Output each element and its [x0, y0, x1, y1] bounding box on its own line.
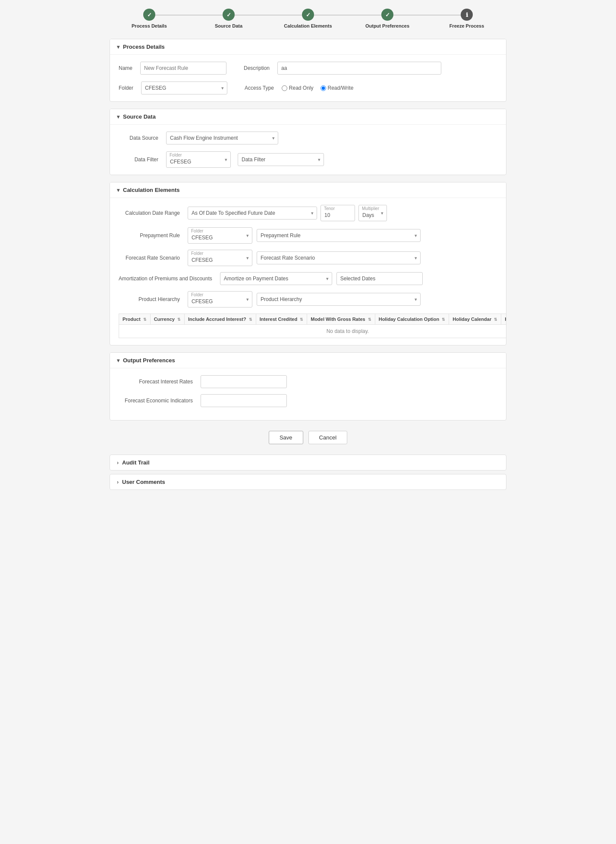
col-currency[interactable]: Currency ⇅: [150, 314, 184, 325]
source-data-header[interactable]: ▾ Source Data: [110, 109, 506, 124]
data-source-select[interactable]: Cash Flow Engine Instrument: [166, 132, 278, 144]
radio-readonly[interactable]: Read Only: [282, 85, 314, 91]
prepayment-folder-wrapper[interactable]: Folder CFESEG: [188, 227, 252, 244]
forecast-folder-wrapper[interactable]: Folder CFESEG: [188, 250, 252, 266]
data-filter-folder-wrapper[interactable]: Folder CFESEG: [166, 151, 231, 168]
product-hierarchy-row: Product Hierarchy Folder CFESEG Product …: [119, 291, 497, 307]
radio-readwrite-input[interactable]: [321, 85, 326, 91]
forecast-interest-label: Forecast Interest Rates: [119, 379, 196, 385]
sort-icon-currency: ⇅: [177, 317, 181, 322]
amortization-dates-input[interactable]: [336, 272, 423, 285]
multiplier-wrapper[interactable]: Multiplier Days: [358, 205, 387, 221]
calc-date-range-label: Calculation Date Range: [119, 210, 183, 216]
no-data-text: No data to display.: [327, 324, 369, 339]
col-holiday-calendar[interactable]: Holiday Calendar ⇅: [449, 314, 501, 325]
col-interest-credited[interactable]: Interest Credited ⇅: [256, 314, 307, 325]
folder-sublabel-ph: Folder: [191, 292, 203, 297]
calculation-elements-header[interactable]: ▾ Calculation Elements: [110, 182, 506, 198]
description-input[interactable]: [277, 62, 441, 75]
forecast-interest-input[interactable]: [201, 375, 287, 388]
sort-icon-include-accrued: ⇅: [249, 317, 252, 322]
calculation-date-range-row: Calculation Date Range As Of Date To Spe…: [119, 205, 497, 221]
chevron-right-icon-comments: ›: [117, 479, 119, 485]
name-input[interactable]: [140, 62, 226, 75]
col-holiday-calc[interactable]: Holiday Calculation Option ⇅: [375, 314, 449, 325]
data-source-select-wrapper[interactable]: Cash Flow Engine Instrument: [166, 132, 278, 144]
user-comments-label: User Comments: [122, 479, 165, 485]
sort-icon-holiday-calc: ⇅: [442, 317, 445, 322]
data-filter-select[interactable]: Data Filter: [238, 153, 324, 166]
product-hierarchy-select-wrapper[interactable]: Product Hierarchy: [257, 293, 421, 306]
tenor-label: Tenor: [324, 206, 335, 211]
step-circle-source-data: ✓: [223, 9, 235, 21]
audit-trail-header[interactable]: › Audit Trail: [110, 455, 506, 470]
forecast-economic-input[interactable]: [201, 394, 287, 407]
step-freeze-process[interactable]: ℹ Freeze Process: [427, 9, 506, 28]
step-circle-calculation-elements: ✓: [302, 9, 314, 21]
data-source-label: Data Source: [119, 135, 162, 141]
amortization-select[interactable]: Amortize on Payment Dates: [220, 272, 332, 285]
product-hierarchy-label: Product Hierarchy: [119, 296, 183, 302]
process-details-header[interactable]: ▾ Process Details: [110, 39, 506, 54]
sort-icon-interest-credited: ⇅: [300, 317, 303, 322]
step-source-data[interactable]: ✓ Source Data: [189, 9, 268, 28]
data-filter-select-wrapper[interactable]: Data Filter: [238, 153, 324, 166]
forecast-economic-row: Forecast Economic Indicators: [119, 394, 497, 407]
description-label: Description: [244, 65, 273, 71]
calc-date-group: As Of Date To Specified Future Date Teno…: [188, 205, 387, 221]
sort-icon-holiday-calendar: ⇅: [494, 317, 497, 322]
step-label-source-data: Source Data: [215, 23, 242, 28]
sort-icon-product: ⇅: [143, 317, 147, 322]
audit-trail-section: › Audit Trail: [110, 455, 506, 471]
cancel-button[interactable]: Cancel: [308, 431, 347, 444]
user-comments-header[interactable]: › User Comments: [110, 474, 506, 489]
calc-date-range-select-wrapper[interactable]: As Of Date To Specified Future Date: [188, 207, 317, 220]
forecast-rate-select[interactable]: Forecast Rate Scenario: [257, 251, 421, 264]
radio-readonly-label: Read Only: [289, 85, 314, 91]
forecast-rate-scenario-row: Forecast Rate Scenario Folder CFESEG For…: [119, 250, 497, 266]
output-preferences-header[interactable]: ▾ Output Preferences: [110, 353, 506, 368]
forecast-rate-label: Forecast Rate Scenario: [119, 255, 183, 261]
folder-select-wrapper[interactable]: CFESEG: [141, 82, 227, 94]
calculation-elements-body: Calculation Date Range As Of Date To Spe…: [110, 198, 506, 345]
process-details-section: ▾ Process Details Name Description Folde…: [110, 39, 506, 102]
output-preferences-title: Output Preferences: [123, 357, 175, 364]
save-button[interactable]: Save: [269, 431, 303, 444]
name-label: Name: [119, 65, 136, 71]
radio-readwrite[interactable]: Read/Write: [321, 85, 354, 91]
prepayment-rule-select[interactable]: Prepayment Rule: [257, 229, 421, 242]
step-circle-freeze-process: ℹ: [461, 9, 473, 21]
action-buttons: Save Cancel: [110, 431, 506, 444]
process-details-body: Name Description Folder CFESEG: [110, 54, 506, 101]
chevron-down-icon-output: ▾: [117, 358, 119, 364]
folder-label: Folder: [119, 85, 137, 91]
step-process-details[interactable]: ✓ Process Details: [110, 9, 189, 28]
forecast-economic-label: Forecast Economic Indicators: [119, 398, 196, 404]
col-model-gross[interactable]: Model With Gross Rates ⇅: [307, 314, 375, 325]
step-calculation-elements[interactable]: ✓ Calculation Elements: [268, 9, 348, 28]
step-circle-output-preferences: ✓: [381, 9, 393, 21]
col-product[interactable]: Product ⇅: [119, 314, 151, 325]
radio-readonly-input[interactable]: [282, 85, 287, 91]
source-data-title: Source Data: [123, 113, 156, 120]
folder-sublabel-prep: Folder: [191, 229, 203, 233]
sort-icon-model-gross: ⇅: [368, 317, 371, 322]
calc-date-range-select[interactable]: As Of Date To Specified Future Date: [188, 207, 317, 220]
col-include-accrued[interactable]: Include Accrued Interest? ⇅: [184, 314, 256, 325]
step-label-process-details: Process Details: [132, 23, 167, 28]
step-output-preferences[interactable]: ✓ Output Preferences: [348, 9, 427, 28]
amortization-select-wrapper[interactable]: Amortize on Payment Dates: [220, 272, 332, 285]
tenor-input-wrapper: Tenor: [321, 205, 355, 221]
folder-sublabel: Folder: [170, 153, 182, 157]
product-hierarchy-select[interactable]: Product Hierarchy: [257, 293, 421, 306]
stepper: ✓ Process Details ✓ Source Data ✓ Calcul…: [110, 9, 506, 28]
chevron-down-icon: ▾: [117, 44, 119, 50]
amortization-label: Amortization of Premiums and Discounts: [119, 276, 216, 282]
source-data-section: ▾ Source Data Data Source Cash Flow Engi…: [110, 109, 506, 175]
radio-readwrite-label: Read/Write: [328, 85, 354, 91]
folder-select[interactable]: CFESEG: [141, 82, 227, 94]
forecast-rate-select-wrapper[interactable]: Forecast Rate Scenario: [257, 251, 421, 264]
prepayment-rule-select-wrapper[interactable]: Prepayment Rule: [257, 229, 421, 242]
product-hierarchy-folder-wrapper[interactable]: Folder CFESEG: [188, 291, 252, 307]
col-holiday-rolling[interactable]: Holiday Rolling Convention ⇅: [501, 314, 506, 325]
